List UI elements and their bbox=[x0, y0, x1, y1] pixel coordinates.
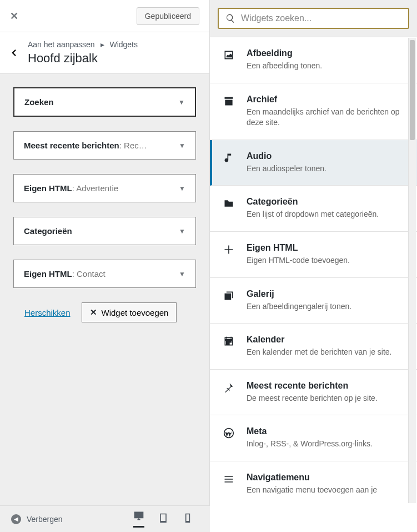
available-widget-name: Archief bbox=[247, 95, 404, 105]
available-widget-item[interactable]: AudioEen audiospeler tonen. bbox=[210, 140, 417, 186]
scrollbar-track[interactable] bbox=[408, 38, 416, 503]
available-widget-name: Meest recente berichten bbox=[247, 381, 378, 391]
available-widget-item[interactable]: GalerijEen afbeeldingengalerij tonen. bbox=[210, 278, 417, 324]
available-widget-item[interactable]: Meest recente berichtenDe meest recente … bbox=[210, 370, 417, 416]
available-widget-name: Kalender bbox=[247, 335, 392, 345]
available-widget-desc: De meest recente berichten op je site. bbox=[247, 393, 378, 404]
widget-item-label: Eigen HTML: Contact bbox=[24, 269, 105, 279]
device-mobile-button[interactable] bbox=[182, 513, 193, 526]
available-widget-item[interactable]: KalenderEen kalender met de berichten va… bbox=[210, 324, 417, 370]
available-widget-name: Afbeelding bbox=[247, 48, 322, 58]
available-widget-desc: Een kalender met de berichten van je sit… bbox=[247, 347, 392, 358]
folder-icon bbox=[223, 197, 234, 220]
archive-icon bbox=[223, 95, 234, 128]
scrollbar-thumb[interactable] bbox=[410, 40, 415, 140]
widget-item[interactable]: Eigen HTML: Advertentie▼ bbox=[13, 174, 196, 202]
available-widget-desc: Een navigatie menu toevoegen aan je bbox=[247, 485, 377, 496]
widget-item-label: Meest recente berichten: Rec… bbox=[24, 141, 147, 150]
available-widget-item[interactable]: NavigatiemenuEen navigatie menu toevoege… bbox=[210, 461, 417, 505]
plus-icon bbox=[223, 243, 234, 266]
hide-label: Verbergen bbox=[27, 515, 63, 524]
widget-item-label: Eigen HTML: Advertentie bbox=[24, 183, 118, 193]
breadcrumb-separator: ▸ bbox=[101, 40, 104, 49]
device-tablet-button[interactable] bbox=[158, 513, 169, 526]
search-icon bbox=[225, 13, 235, 23]
widget-item-label: Categorieën bbox=[24, 226, 72, 236]
image-icon bbox=[223, 48, 234, 72]
available-widget-name: Eigen HTML bbox=[247, 243, 350, 253]
tablet-icon bbox=[158, 513, 169, 524]
publish-button[interactable]: Gepubliceerd bbox=[137, 7, 199, 25]
hide-controls-button[interactable]: ◀ Verbergen bbox=[11, 514, 63, 524]
wordpress-icon bbox=[223, 426, 234, 450]
available-widget-name: Categorieën bbox=[247, 197, 379, 207]
available-widget-name: Meta bbox=[247, 426, 373, 436]
mobile-icon bbox=[182, 513, 193, 524]
available-widget-item[interactable]: MetaInlog-, RSS-, & WordPress.org-links. bbox=[210, 415, 417, 461]
search-field[interactable] bbox=[218, 8, 409, 29]
available-widget-desc: Inlog-, RSS-, & WordPress.org-links. bbox=[247, 439, 373, 450]
widget-item-label: Zoeken bbox=[24, 97, 54, 107]
add-widget-label: Widget toevoegen bbox=[102, 308, 169, 317]
add-widget-button[interactable]: ✕Widget toevoegen bbox=[82, 302, 177, 322]
available-widget-item[interactable]: CategorieënEen lijst of dropdown met cat… bbox=[210, 186, 417, 232]
available-widget-desc: Een afbeeldingengalerij tonen. bbox=[247, 301, 351, 312]
available-widget-desc: Eigen HTML-code toevoegen. bbox=[247, 255, 350, 266]
chevron-left-icon bbox=[9, 48, 19, 58]
widget-item[interactable]: Eigen HTML: Contact▼ bbox=[13, 260, 196, 288]
menu-icon bbox=[223, 473, 234, 496]
close-icon[interactable]: ✕ bbox=[10, 10, 18, 22]
pin-icon bbox=[223, 381, 234, 404]
chevron-down-icon: ▼ bbox=[179, 227, 185, 235]
audio-icon bbox=[223, 151, 234, 175]
calendar-icon bbox=[223, 335, 234, 358]
widget-item[interactable]: Zoeken▼ bbox=[13, 87, 196, 117]
gallery-icon bbox=[223, 289, 234, 312]
breadcrumb-current: Widgets bbox=[109, 40, 138, 49]
desktop-icon bbox=[133, 510, 144, 521]
available-widget-desc: Een afbeelding tonen. bbox=[247, 61, 322, 72]
available-widget-item[interactable]: Eigen HTMLEigen HTML-code toevoegen. bbox=[210, 232, 417, 278]
close-icon: ✕ bbox=[90, 307, 97, 317]
collapse-icon: ◀ bbox=[11, 514, 21, 524]
reorder-link[interactable]: Herschikken bbox=[24, 308, 71, 317]
available-widget-desc: Een maandelijks archief van de berichten… bbox=[247, 107, 404, 128]
chevron-down-icon: ▼ bbox=[178, 98, 185, 106]
available-widget-name: Navigatiemenu bbox=[247, 473, 377, 483]
chevron-down-icon: ▼ bbox=[179, 185, 185, 192]
back-button[interactable] bbox=[0, 32, 28, 58]
available-widget-desc: Een lijst of dropdown met categorieën. bbox=[247, 209, 379, 220]
chevron-down-icon: ▼ bbox=[179, 270, 185, 278]
available-widget-desc: Een audiospeler tonen. bbox=[247, 163, 326, 175]
available-widget-item[interactable]: AfbeeldingEen afbeelding tonen. bbox=[210, 37, 417, 83]
device-desktop-button[interactable] bbox=[133, 510, 144, 528]
widget-item[interactable]: Categorieën▼ bbox=[13, 217, 196, 245]
available-widget-name: Galerij bbox=[247, 289, 351, 299]
available-widget-item[interactable]: ArchiefEen maandelijks archief van de be… bbox=[210, 83, 417, 140]
page-title: Hoofd zijbalk bbox=[28, 51, 209, 66]
available-widget-name: Audio bbox=[247, 151, 326, 161]
breadcrumb-root: Aan het aanpassen bbox=[28, 40, 95, 49]
widget-item[interactable]: Meest recente berichten: Rec…▼ bbox=[13, 131, 196, 160]
chevron-down-icon: ▼ bbox=[179, 142, 185, 150]
breadcrumb: Aan het aanpassen ▸ Widgets bbox=[28, 40, 209, 49]
search-input[interactable] bbox=[241, 13, 401, 23]
